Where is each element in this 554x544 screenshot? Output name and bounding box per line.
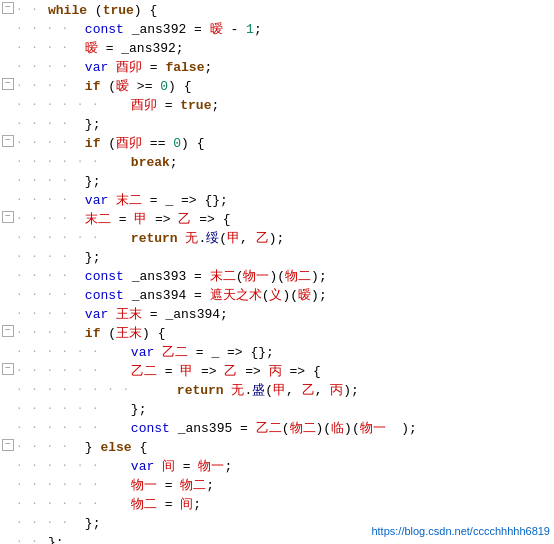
token-kw2: const bbox=[85, 269, 124, 284]
token-num: 0 bbox=[173, 136, 181, 151]
token-op: = bbox=[142, 60, 165, 75]
line-dots: · · · · bbox=[16, 268, 69, 284]
line-code: 物一 = 物二; bbox=[100, 477, 554, 496]
line-code: 酉卯 = true; bbox=[100, 97, 554, 116]
token-punct: }; bbox=[85, 516, 101, 531]
token-num: 1 bbox=[246, 22, 254, 37]
token-op: = bbox=[175, 459, 198, 474]
token-en bbox=[108, 307, 116, 322]
line-dots: · · · · bbox=[16, 249, 69, 265]
token-cn: 甲 bbox=[134, 212, 147, 227]
line-dots: · · · · · · bbox=[16, 97, 100, 113]
line-code: }; bbox=[69, 173, 554, 192]
code-line: · · · · · · 物二 = 间; bbox=[0, 496, 554, 515]
token-en: _ans395 = bbox=[170, 421, 256, 436]
token-kw: return bbox=[131, 231, 178, 246]
token-cn: 无 bbox=[231, 383, 244, 398]
token-method: 盛 bbox=[252, 383, 265, 398]
token-punct: )( bbox=[282, 288, 298, 303]
token-cn: 末二 bbox=[116, 193, 142, 208]
token-op: == bbox=[142, 136, 173, 151]
fold-button[interactable]: − bbox=[2, 135, 14, 147]
token-cn: 乙 bbox=[178, 212, 191, 227]
line-dots: · · · · bbox=[16, 116, 69, 132]
token-cn: 物二 bbox=[131, 497, 157, 512]
token-punct: )( bbox=[316, 421, 332, 436]
token-punct: } bbox=[85, 440, 101, 455]
token-punct: ) { bbox=[142, 326, 165, 341]
line-code: var 酉卯 = false; bbox=[69, 59, 554, 78]
token-op: = bbox=[157, 98, 180, 113]
line-dots: · · · · · · bbox=[16, 477, 100, 493]
line-code: if (暧 >= 0) { bbox=[69, 78, 554, 97]
token-punct: }; bbox=[131, 402, 147, 417]
line-code: }; bbox=[69, 116, 554, 135]
line-dots: · · · · bbox=[16, 59, 69, 75]
token-cn: 物一 bbox=[131, 478, 157, 493]
token-punct: ; bbox=[254, 22, 262, 37]
token-punct: ( bbox=[100, 136, 116, 151]
token-en: _ans392 = bbox=[124, 22, 210, 37]
code-line: −· · · · 末二 = 甲 => 乙 => { bbox=[0, 211, 554, 230]
token-cn: 酉卯 bbox=[131, 98, 157, 113]
token-num: 0 bbox=[160, 79, 168, 94]
token-kw: while bbox=[48, 3, 87, 18]
fold-button[interactable]: − bbox=[2, 325, 14, 337]
token-punct: ); bbox=[311, 269, 327, 284]
code-line: −· · · · } else { bbox=[0, 439, 554, 458]
code-container: −· · while (true) {· · · · const _ans392… bbox=[0, 0, 554, 544]
code-line: · · · · var 酉卯 = false; bbox=[0, 59, 554, 78]
code-line: · · · · · · 物一 = 物二; bbox=[0, 477, 554, 496]
line-code: }; bbox=[100, 401, 554, 420]
token-op: = _ => {}; bbox=[188, 345, 274, 360]
token-cn: 末二 bbox=[210, 269, 236, 284]
token-op: = bbox=[157, 497, 180, 512]
token-op: = bbox=[157, 478, 180, 493]
code-line: · · · · · · 酉卯 = true; bbox=[0, 97, 554, 116]
fold-button[interactable]: − bbox=[2, 211, 14, 223]
fold-button[interactable]: − bbox=[2, 2, 14, 14]
token-cn: 甲 bbox=[180, 364, 193, 379]
token-cn: 物二 bbox=[285, 269, 311, 284]
fold-button[interactable]: − bbox=[2, 439, 14, 451]
code-line: −· · · · if (暧 >= 0) { bbox=[0, 78, 554, 97]
line-code: var 乙二 = _ => {}; bbox=[100, 344, 554, 363]
token-op: => bbox=[237, 364, 268, 379]
token-punct: ) { bbox=[168, 79, 191, 94]
token-cn: 间 bbox=[162, 459, 175, 474]
line-dots: · · · · · · bbox=[16, 363, 100, 379]
token-cn: 酉卯 bbox=[116, 60, 142, 75]
token-punct: }; bbox=[85, 250, 101, 265]
fold-button[interactable]: − bbox=[2, 363, 14, 375]
line-code: break; bbox=[100, 154, 554, 173]
token-cn: 无 bbox=[185, 231, 198, 246]
token-en: _ans393 = bbox=[124, 269, 210, 284]
code-line: · · · · }; bbox=[0, 173, 554, 192]
token-punct: ); bbox=[311, 288, 327, 303]
token-cn: 物一 bbox=[360, 421, 386, 436]
token-kw2: const bbox=[131, 421, 170, 436]
gutter: − bbox=[0, 135, 16, 147]
token-kw2: var bbox=[85, 60, 108, 75]
token-cn: 丙 bbox=[269, 364, 282, 379]
token-en bbox=[108, 60, 116, 75]
token-punct: ; bbox=[204, 60, 212, 75]
line-dots: · · · · · · bbox=[16, 496, 100, 512]
token-cn: 乙二 bbox=[162, 345, 188, 360]
line-code: while (true) { bbox=[48, 2, 554, 21]
token-cn: 王末 bbox=[116, 326, 142, 341]
token-punct: }; bbox=[48, 535, 64, 544]
line-code: 末二 = 甲 => 乙 => { bbox=[69, 211, 554, 230]
token-cn: 暧 bbox=[210, 22, 223, 37]
code-line: · · · · var 末二 = _ => {}; bbox=[0, 192, 554, 211]
line-code: }; bbox=[69, 249, 554, 268]
token-cn: 物二 bbox=[180, 478, 206, 493]
token-cn: 末二 bbox=[85, 212, 111, 227]
token-cn: 暧 bbox=[116, 79, 129, 94]
token-punct: ; bbox=[206, 478, 214, 493]
fold-button[interactable]: − bbox=[2, 78, 14, 90]
token-en bbox=[154, 345, 162, 360]
token-punct: ); bbox=[343, 383, 359, 398]
token-op: = _ans392; bbox=[98, 41, 184, 56]
token-op: = _ => {}; bbox=[142, 193, 228, 208]
